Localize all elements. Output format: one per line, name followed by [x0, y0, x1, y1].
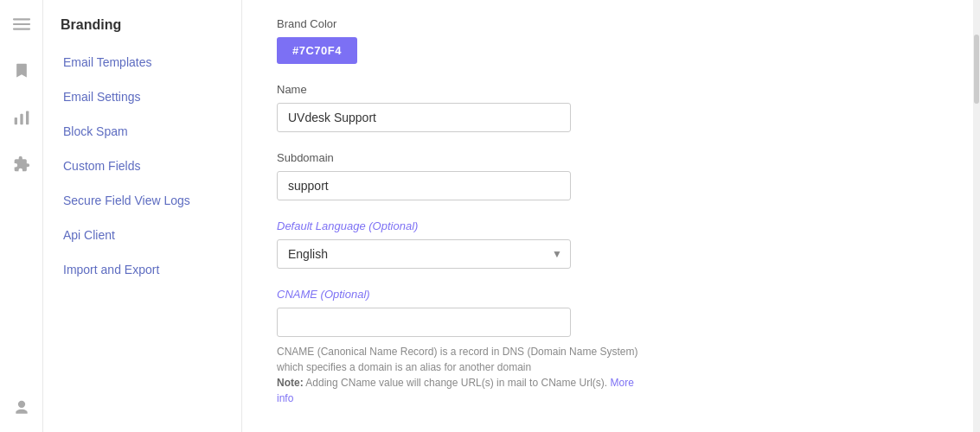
- sidebar-title: Branding: [43, 9, 241, 45]
- svg-rect-5: [26, 111, 29, 125]
- cname-hint-main: CNAME (Canonical Name Record) is a recor…: [277, 346, 637, 373]
- default-language-label: Default Language (Optional): [277, 219, 938, 232]
- sidebar: Branding Email Templates Email Settings …: [43, 0, 242, 432]
- brand-color-button[interactable]: #7C70F4: [277, 37, 357, 64]
- svg-rect-4: [20, 114, 22, 125]
- cname-input[interactable]: [277, 308, 571, 337]
- cname-group: CNAME (Optional) CNAME (Canonical Name R…: [277, 288, 938, 406]
- language-select[interactable]: English Spanish French German Arabic: [277, 239, 571, 269]
- puzzle-icon[interactable]: [6, 149, 37, 180]
- cname-note-label: Note:: [277, 377, 304, 389]
- subdomain-input[interactable]: [277, 171, 571, 200]
- sidebar-item-email-settings[interactable]: Email Settings: [43, 79, 241, 114]
- name-group: Name: [277, 83, 938, 132]
- svg-rect-1: [13, 23, 30, 25]
- sidebar-item-api-client[interactable]: Api Client: [43, 218, 241, 252]
- name-input[interactable]: [277, 103, 571, 132]
- sidebar-item-email-templates[interactable]: Email Templates: [43, 45, 241, 79]
- sidebar-item-block-spam[interactable]: Block Spam: [43, 114, 241, 149]
- default-language-optional: (Optional): [368, 219, 418, 232]
- svg-rect-2: [13, 29, 30, 30]
- scrollbar-track[interactable]: [973, 0, 980, 432]
- sidebar-item-secure-field-view-logs[interactable]: Secure Field View Logs: [43, 183, 241, 218]
- bookmark-icon[interactable]: [6, 55, 37, 86]
- cname-hint: CNAME (Canonical Name Record) is a recor…: [277, 344, 640, 406]
- user-small-icon[interactable]: [6, 392, 37, 423]
- cname-note-text: Adding CName value will change URL(s) in…: [305, 377, 607, 389]
- subdomain-group: Subdomain: [277, 151, 938, 200]
- brand-color-group: Brand Color #7C70F4: [277, 17, 938, 64]
- name-label: Name: [277, 83, 938, 96]
- chart-icon[interactable]: [6, 102, 37, 133]
- icon-bar: [0, 0, 43, 432]
- default-language-group: Default Language (Optional) English Span…: [277, 219, 938, 269]
- sidebar-item-custom-fields[interactable]: Custom Fields: [43, 149, 241, 183]
- subdomain-label: Subdomain: [277, 151, 938, 164]
- language-select-wrapper: English Spanish French German Arabic ▼: [277, 239, 571, 269]
- menu-icon[interactable]: [6, 9, 37, 40]
- brand-color-label: Brand Color: [277, 17, 938, 30]
- svg-rect-0: [13, 18, 30, 20]
- scrollbar-thumb[interactable]: [974, 35, 979, 104]
- main-content: Brand Color #7C70F4 Name Subdomain Defau…: [242, 0, 973, 432]
- cname-label: CNAME (Optional): [277, 288, 938, 301]
- svg-rect-3: [14, 118, 16, 124]
- cname-optional: (Optional): [321, 288, 370, 301]
- sidebar-item-import-and-export[interactable]: Import and Export: [43, 252, 241, 287]
